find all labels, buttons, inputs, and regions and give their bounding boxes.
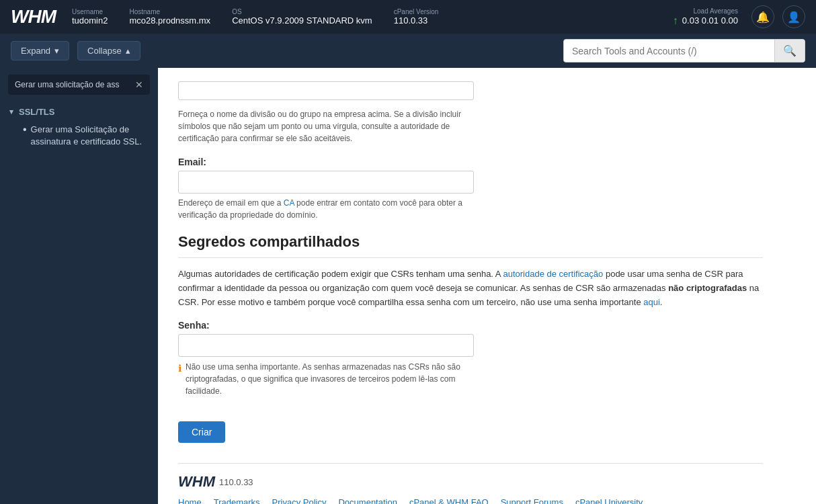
section-heading-shared-secrets: Segredos compartilhados <box>178 233 763 258</box>
footer-link-home[interactable]: Home <box>178 497 202 504</box>
division-field-group: Forneça o nome da divisão ou do grupo na… <box>178 81 763 144</box>
search-input[interactable] <box>564 41 774 61</box>
footer-link-support[interactable]: Support Forums <box>501 497 563 504</box>
main-layout: Gerar uma solicitação de ass ✕ ▾ SSL/TLS… <box>0 68 816 504</box>
sidebar-section-label: SSL/TLS <box>19 107 54 117</box>
username-value: tudomin2 <box>72 15 108 26</box>
sidebar-section-arrow-icon: ▾ <box>9 108 13 116</box>
collapse-chevron-icon: ▴ <box>126 46 130 56</box>
search-button[interactable]: 🔍 <box>774 40 805 62</box>
search-box: 🔍 <box>563 39 805 62</box>
load-label: Load Averages <box>693 7 738 15</box>
collapse-label: Collapse <box>87 46 122 56</box>
sidebar-section-ssl: ▾ SSL/TLS • Gerar uma Solicitação de ass… <box>0 101 158 153</box>
footer-logo: WHM 110.0.33 <box>178 473 763 491</box>
topbar-cpanel: cPanel Version 110.0.33 <box>394 8 439 26</box>
os-label: OS <box>232 8 372 15</box>
topbar: WHM Username tudomin2 Hostname mco28.pro… <box>0 0 816 34</box>
criar-button[interactable]: Criar <box>178 421 225 443</box>
search-icon: 🔍 <box>783 45 797 56</box>
footer-links: Home Trademarks Privacy Policy Documenta… <box>178 497 763 504</box>
expand-button[interactable]: Expand ▾ <box>11 41 69 60</box>
content-area: Forneça o nome da divisão ou do grupo na… <box>158 68 816 504</box>
load-arrow-icon: ↑ <box>673 15 678 27</box>
sidebar-tag-close-icon[interactable]: ✕ <box>135 79 143 90</box>
password-warning: ℹ Não use uma senha importante. As senha… <box>178 361 474 397</box>
sidebar-tag-label: Gerar uma solicitação de ass <box>15 80 119 89</box>
email-field-group: Email: Endereço de email em que a CA pod… <box>178 157 763 221</box>
sidebar-item-ssl-csr[interactable]: • Gerar uma Solicitação de assinatura e … <box>9 121 149 151</box>
body-bold-text: não criptografadas <box>668 283 747 293</box>
load-values-text: 0.03 0.01 0.00 <box>682 15 738 26</box>
ca-link-2[interactable]: autoridade de certificação <box>503 269 603 279</box>
password-field-group: Senha: ℹ Não use uma senha importante. A… <box>178 320 763 397</box>
footer-whm-logo-text: WHM <box>178 473 215 491</box>
expand-chevron-icon: ▾ <box>54 46 59 56</box>
load-averages: Load Averages ↑ 0.03 0.01 0.00 <box>673 7 738 27</box>
topbar-os: OS CentOS v7.9.2009 STANDARD kvm <box>232 8 372 26</box>
sidebar-item-label: Gerar uma Solicitação de assinatura e ce… <box>31 124 143 148</box>
topbar-info: Username tudomin2 Hostname mco28.prodnss… <box>72 8 673 26</box>
whm-logo: WHM <box>11 6 56 28</box>
hostname-label: Hostname <box>129 8 210 15</box>
search-container: 🔍 <box>563 39 805 62</box>
division-hint: Forneça o nome da divisão ou do grupo na… <box>178 108 474 144</box>
topbar-hostname: Hostname mco28.prodnssm.mx <box>129 8 210 26</box>
cpanel-label: cPanel Version <box>394 8 439 15</box>
user-button[interactable]: 👤 <box>782 5 805 28</box>
username-label: Username <box>72 8 108 15</box>
footer-version: 110.0.33 <box>219 477 253 487</box>
footer: WHM 110.0.33 Home Trademarks Privacy Pol… <box>178 463 763 504</box>
footer-link-university[interactable]: cPanel University <box>575 497 643 504</box>
content-inner: Forneça o nome da divisão ou do grupo na… <box>158 68 790 504</box>
sidebar-item-bullet-icon: • <box>23 124 27 135</box>
cpanel-value: 110.0.33 <box>394 15 439 26</box>
footer-link-trademarks[interactable]: Trademarks <box>214 497 260 504</box>
division-input-partial <box>178 81 474 100</box>
sidebar-tag[interactable]: Gerar uma solicitação de ass ✕ <box>8 75 150 95</box>
hostname-value: mco28.prodnssm.mx <box>129 15 210 26</box>
topbar-username: Username tudomin2 <box>72 8 108 26</box>
footer-link-faq[interactable]: cPanel & WHM FAQ <box>409 497 489 504</box>
sidebar-section-header[interactable]: ▾ SSL/TLS <box>9 107 149 117</box>
topbar-right: Load Averages ↑ 0.03 0.01 0.00 🔔 👤 <box>673 5 805 28</box>
warning-icon: ℹ <box>178 362 181 376</box>
criar-button-label: Criar <box>192 427 212 437</box>
expand-label: Expand <box>21 46 50 56</box>
email-hint: Endereço de email em que a CA pode entra… <box>178 197 474 221</box>
os-value: CentOS v7.9.2009 STANDARD kvm <box>232 15 372 26</box>
password-input[interactable] <box>178 334 474 357</box>
whm-logo-text: WHM <box>11 6 56 27</box>
load-values: ↑ 0.03 0.01 0.00 <box>673 15 738 27</box>
password-label: Senha: <box>178 320 763 331</box>
notifications-button[interactable]: 🔔 <box>751 5 774 28</box>
password-warning-text: Não use uma senha importante. As senhas … <box>186 361 474 397</box>
footer-link-documentation[interactable]: Documentation <box>338 497 397 504</box>
footer-link-privacy[interactable]: Privacy Policy <box>272 497 327 504</box>
aqui-link[interactable]: aqui <box>643 297 660 307</box>
sidebar: Gerar uma solicitação de ass ✕ ▾ SSL/TLS… <box>0 68 158 504</box>
email-label: Email: <box>178 157 763 167</box>
email-input[interactable] <box>178 171 474 194</box>
body-text-shared-secrets: Algumas autoridades de certificação pode… <box>178 267 763 309</box>
collapse-button[interactable]: Collapse ▴ <box>77 41 140 60</box>
ca-link[interactable]: CA <box>284 198 294 208</box>
secondbar: Expand ▾ Collapse ▴ 🔍 <box>0 34 816 68</box>
